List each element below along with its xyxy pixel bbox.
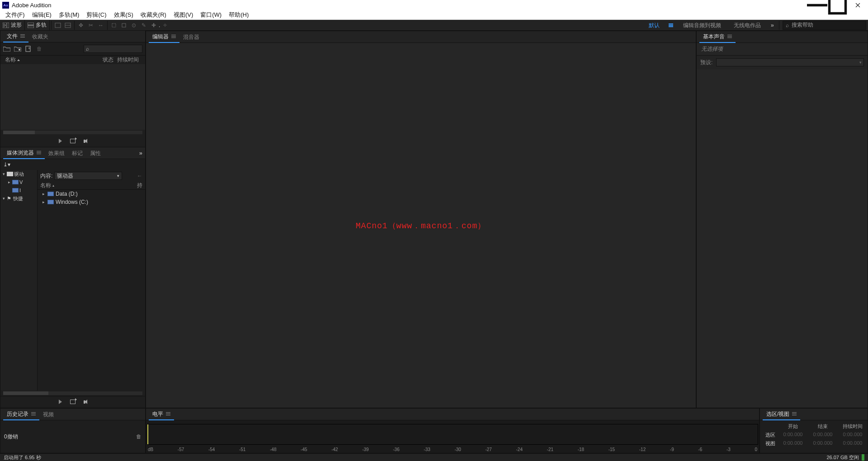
multitrack-view-button[interactable]: 多轨 <box>25 20 50 31</box>
tab-properties[interactable]: 属性 <box>86 147 104 159</box>
tab-favorites[interactable]: 收藏夹 <box>28 31 52 42</box>
help-search-box[interactable]: ⌕ 搜索帮助 <box>783 21 866 30</box>
trash-icon[interactable]: 🗑 <box>36 45 43 52</box>
media-browser-preview-controls <box>0 396 145 408</box>
menu-view[interactable]: 视图(V) <box>170 10 197 20</box>
panel-menu-icon[interactable] <box>166 412 170 416</box>
panel-menu-icon[interactable] <box>727 35 732 38</box>
view-duration[interactable]: 0:00.000 <box>838 439 868 448</box>
preset-dropdown[interactable]: ▾ <box>716 58 864 66</box>
open-folder-icon[interactable] <box>3 45 10 52</box>
menu-file[interactable]: 文件(F) <box>2 10 28 20</box>
panel-menu-icon[interactable] <box>171 35 176 38</box>
menu-multitrack[interactable]: 多轨(M) <box>55 10 83 20</box>
tab-history[interactable]: 历史记录 <box>3 409 39 420</box>
close-button[interactable] <box>848 0 868 10</box>
shortcut-icon[interactable]: ⤓▾ <box>3 161 10 168</box>
tab-editor[interactable]: 编辑器 <box>149 31 179 43</box>
play-icon[interactable] <box>59 400 62 404</box>
record-folder-icon[interactable] <box>14 45 21 52</box>
panel-menu-icon[interactable] <box>792 412 797 416</box>
tab-level[interactable]: 电平 <box>149 409 174 420</box>
panel-menu-icon[interactable] <box>31 412 36 416</box>
marquee-tool-icon[interactable] <box>120 22 127 29</box>
menu-edit[interactable]: 编辑(E) <box>28 10 55 20</box>
time-select-tool-icon[interactable] <box>110 22 118 29</box>
selection-start[interactable]: 0:00.000 <box>778 431 808 439</box>
level-tick-label: -39 <box>362 447 368 452</box>
col-name[interactable]: 名称▴ <box>40 182 137 189</box>
files-search-box[interactable]: ⌕ <box>84 45 142 53</box>
workspace-overflow[interactable]: » <box>767 22 778 28</box>
menu-favorites[interactable]: 收藏夹(R) <box>137 10 170 20</box>
tree-node-drive-i[interactable]: I <box>0 186 37 194</box>
media-list-columns: 名称▴ 持 <box>38 182 145 190</box>
col-duration[interactable]: 持 <box>137 182 142 189</box>
trash-icon[interactable]: 🗑 <box>136 433 142 440</box>
tree-node-drive-v[interactable]: ▸V <box>0 178 37 186</box>
maximize-button[interactable] <box>827 0 848 10</box>
tab-media-browser[interactable]: 媒体浏览器 <box>3 147 45 159</box>
auto-play-icon[interactable] <box>70 139 75 143</box>
tab-mixer[interactable]: 混音器 <box>179 31 203 43</box>
os-titlebar: Au Adobe Audition <box>0 0 868 10</box>
col-status[interactable]: 状态 <box>101 56 115 64</box>
selection-view-panel: 选区/视图 开始 结束 持续时间 选区 0:00.000 0:00.000 0:… <box>760 408 868 453</box>
selection-duration[interactable]: 0:00.000 <box>838 431 868 439</box>
view-start[interactable]: 0:00.000 <box>778 439 808 448</box>
history-panel: 历史记录 视频 0撤销 🗑 <box>0 408 146 453</box>
tree-node-drives[interactable]: ▾驱动 <box>0 170 37 178</box>
move-tool-icon[interactable]: ✥ <box>77 22 85 29</box>
heal-tool-icon[interactable]: ✚ <box>150 22 157 29</box>
waveform-view-button[interactable]: 波形 <box>0 20 25 31</box>
files-hscroll[interactable] <box>3 131 142 134</box>
list-item[interactable]: ▸Windows (C:) <box>38 198 145 206</box>
back-arrow-icon[interactable]: ← <box>137 173 142 179</box>
workspace-default-menu[interactable] <box>666 20 677 31</box>
list-item[interactable]: ▸Data (D:) <box>38 190 145 198</box>
workspace-default[interactable]: 默认 <box>642 20 666 31</box>
brush-tool-icon[interactable]: ✎ <box>140 22 147 29</box>
col-duration[interactable]: 持续时间 <box>115 56 142 64</box>
svg-rect-14 <box>122 24 126 27</box>
menu-window[interactable]: 窗口(W) <box>197 10 225 20</box>
editor-empty-area: MACno1（www．macno1．com） <box>146 43 696 408</box>
menu-effects[interactable]: 效果(S) <box>110 10 137 20</box>
loop-icon[interactable] <box>84 400 87 404</box>
hud-toggle-icon[interactable] <box>54 22 61 29</box>
new-file-icon[interactable]: + <box>25 45 32 52</box>
menu-help[interactable]: 帮助(H) <box>225 10 252 20</box>
razor-tool-icon[interactable]: ✂ <box>87 22 94 29</box>
menu-clip[interactable]: 剪辑(C) <box>83 10 110 20</box>
tab-video[interactable]: 视频 <box>39 409 57 420</box>
auto-play-icon[interactable] <box>70 400 75 404</box>
panel-menu-icon[interactable] <box>37 151 41 155</box>
selection-end[interactable]: 0:00.000 <box>808 431 838 439</box>
lasso-tool-icon[interactable]: ⊙ <box>130 22 137 29</box>
level-tick-label: -51 <box>239 447 245 452</box>
loop-preview-icon[interactable] <box>84 139 87 143</box>
view-end[interactable]: 0:00.000 <box>808 439 838 448</box>
tabs-overflow[interactable]: » <box>139 150 142 156</box>
slip-tool-icon[interactable]: ↔ <box>97 22 104 29</box>
tab-files[interactable]: 文件 <box>3 31 28 42</box>
content-dropdown[interactable]: 驱动器▾ <box>54 172 122 180</box>
play-icon[interactable] <box>59 139 62 143</box>
spot-heal-tool-icon[interactable]: ✧ <box>161 22 169 29</box>
no-selection-label: 无选择项 <box>697 43 868 56</box>
workspace-radio[interactable]: 无线电作品 <box>727 20 767 31</box>
workspace-edit-video[interactable]: 编辑音频到视频 <box>677 20 727 31</box>
minimize-button[interactable] <box>807 0 827 10</box>
drive-icon <box>12 180 19 184</box>
level-tick-label: -42 <box>331 447 338 452</box>
panel-menu-icon[interactable] <box>20 30 25 42</box>
col-name[interactable]: 名称 <box>3 56 101 64</box>
spectral-pitch-icon[interactable] <box>64 22 71 29</box>
media-browser-hscroll[interactable] <box>3 391 142 395</box>
tab-selection-view[interactable]: 选区/视图 <box>763 409 800 420</box>
tab-essential-sound[interactable]: 基本声音 <box>699 31 736 43</box>
tree-node-shortcuts[interactable]: ▾⚑快捷 <box>0 194 37 202</box>
tab-markers[interactable]: 标记 <box>68 147 86 159</box>
files-panel: 文件 收藏夹 + 🗑 ⌕ 名称 状态 持续时间 <box>0 31 146 147</box>
tab-effects-rack[interactable]: 效果组 <box>45 147 68 159</box>
